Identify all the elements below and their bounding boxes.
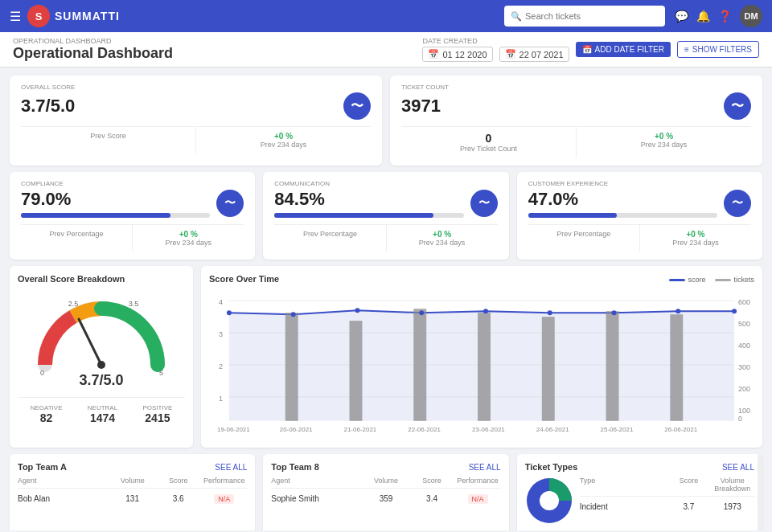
agent-score-b: 3.4 [409,494,455,503]
gauge-max-label: 5 [159,369,163,377]
gauge-min-label: 0 [40,369,44,377]
ticket-count-icon-btn[interactable]: 〜 [724,92,751,120]
communication-bar-container: 84.5% [274,189,463,218]
add-date-filter-button[interactable]: 📅 ADD DATE FILTER [576,42,671,57]
compliance-value-row: 79.0% 〜 [21,189,244,218]
overall-score-number: 3.7/5.0 [21,96,75,117]
ticket-types-see-all[interactable]: SEE ALL [722,463,754,472]
search-input[interactable] [525,11,654,21]
team-b-see-all[interactable]: SEE ALL [469,463,501,472]
team-a-col-perf: Performance [201,477,247,485]
svg-point-32 [676,309,680,313]
team-a-col-score: Score [155,477,201,485]
customer-exp-value-row: 47.0% 〜 [528,189,751,218]
messages-icon[interactable]: 💬 [675,10,688,23]
svg-text:23-06-2021: 23-06-2021 [472,426,505,433]
team-a-col-volume: Volume [109,477,155,485]
menu-icon[interactable]: ☰ [10,9,21,24]
positive-stat: POSITIVE 2415 [142,404,172,424]
ticket-type-name: Incident [580,502,667,511]
communication-icon-btn[interactable]: 〜 [470,190,498,217]
negative-stat: NEGATIVE 82 [31,404,63,424]
svg-text:400: 400 [738,342,750,350]
overall-score-icon-btn[interactable]: 〜 [343,92,371,120]
team-b-col-perf: Performance [455,477,501,485]
team-a-header: Top Team A SEE ALL [18,462,247,472]
svg-text:3: 3 [219,330,223,338]
svg-text:2: 2 [219,362,223,370]
ticket-types-table-header: Type Score Volume Breakdown [580,477,754,497]
show-filters-button[interactable]: ≡ SHOW FILTERS [677,41,759,58]
trend-icon-3: 〜 [224,196,236,211]
ticket-count-card: TICKET COUNT 3971 〜 0 Prev Ticket Count … [390,76,762,166]
svg-point-31 [612,310,617,315]
stats-row-2: COMPLIANCE 79.0% 〜 Prev Percentage +0 % … [10,172,762,260]
communication-number: 84.5% [274,189,324,209]
svg-point-1 [97,361,105,369]
ticket-type-score: 3.7 [667,502,710,511]
agent-volume-b: 359 [363,494,409,503]
trend-icon: 〜 [351,98,363,115]
date-range-section: DATE CREATED 📅 01 12 2020 📅 22 07 2021 [422,37,569,62]
communication-bar [274,213,463,218]
svg-point-33 [732,309,737,313]
neutral-stat: NEUTRAL 1474 [88,404,117,424]
header-icons: 💬 🔔 ❓ DM [675,5,762,27]
overall-score-sub: Prev Score +0 % Prev 234 days [21,126,371,153]
svg-line-0 [79,319,101,365]
gauge-value: 3.7/5.0 [79,372,123,389]
team-b-header: Top Team 8 SEE ALL [271,462,500,472]
svg-rect-24 [670,314,683,421]
customer-exp-change-cell: +0 % Prev 234 days [640,225,751,252]
team-a-title: Top Team A [18,462,67,472]
top-team-b-card: Top Team 8 SEE ALL Agent Volume Score Pe… [263,454,508,530]
compliance-number: 79.0% [21,189,71,209]
svg-point-28 [419,310,424,315]
ticket-change-cell: +0 % Prev 234 days [577,127,751,158]
avatar[interactable]: DM [740,5,762,27]
svg-text:200: 200 [738,385,750,393]
svg-text:600: 600 [738,298,750,306]
svg-text:100: 100 [738,407,750,415]
subheader: OPERATIONAL DASHBOARD Operational Dashbo… [0,32,772,68]
gauge-container: 0 2.5 3.5 5 3.7/5.0 [18,289,185,389]
score-chart-svg: 4 3 2 1 600 500 400 300 200 100 0 [209,289,754,437]
date-to-box[interactable]: 📅 22 07 2021 [499,47,569,62]
svg-rect-23 [606,311,619,421]
help-icon[interactable]: ❓ [718,10,732,23]
overall-score-value-row: 3.7/5.0 〜 [21,92,371,120]
compliance-icon-btn[interactable]: 〜 [216,190,244,217]
compliance-change-cell: +0 % Prev 234 days [133,225,244,252]
svg-text:500: 500 [738,320,750,328]
plus-icon: 📅 [582,45,592,54]
communication-value-row: 84.5% 〜 [274,189,497,218]
notifications-icon[interactable]: 🔔 [696,10,710,23]
trend-icon-2: 〜 [731,98,744,115]
legend-tickets-dot [715,279,731,281]
search-box[interactable]: 🔍 [504,6,665,27]
svg-text:19-06-2021: 19-06-2021 [217,426,250,433]
communication-change-cell: +0 % Prev 234 days [387,225,498,252]
svg-rect-21 [478,313,491,421]
brand-name: SUMMATTI [55,10,504,23]
team-b-title: Top Team 8 [271,462,319,472]
scrollbar[interactable] [758,454,762,530]
svg-point-27 [355,308,359,313]
svg-text:21-06-2021: 21-06-2021 [344,426,377,433]
communication-bar-fill [274,213,433,218]
ticket-types-table: Type Score Volume Breakdown Incident 3.7… [580,477,754,527]
pie-chart [525,477,573,525]
score-over-time-card: Score Over Time score tickets 4 3 [201,266,762,448]
customer-exp-label: CUSTOMER EXPERIENCE [528,180,751,187]
customer-exp-number: 47.0% [528,189,578,209]
date-from-value: 01 12 2020 [442,50,487,59]
ticket-types-col-score: Score [667,477,710,493]
svg-rect-19 [349,321,362,421]
team-a-see-all[interactable]: SEE ALL [215,463,247,472]
calendar-icon: 📅 [428,49,439,59]
date-from-box[interactable]: 📅 01 12 2020 [422,47,492,62]
communication-label: COMMUNICATION [274,180,497,187]
team-a-col-agent: Agent [18,477,109,485]
customer-exp-icon-btn[interactable]: 〜 [724,190,751,217]
customer-experience-card: CUSTOMER EXPERIENCE 47.0% 〜 Prev Percent… [517,172,762,260]
